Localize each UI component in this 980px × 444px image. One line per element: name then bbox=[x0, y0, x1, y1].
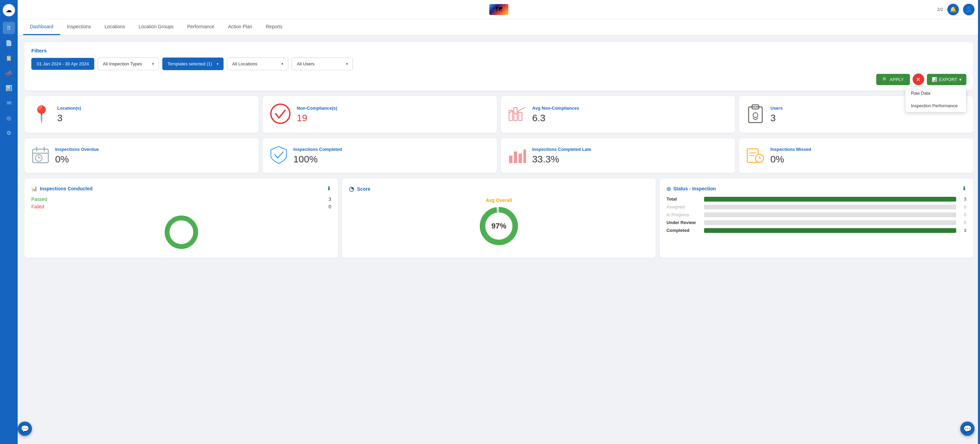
stat-late-value: 33.3% bbox=[532, 154, 591, 165]
shield-check-icon bbox=[269, 145, 288, 166]
locations-filter[interactable]: All Locations ▾ bbox=[227, 57, 288, 70]
stat-completed-value: 100% bbox=[293, 154, 342, 165]
tab-dashboard[interactable]: Dashboard bbox=[23, 19, 60, 35]
sidebar-icon-megaphone[interactable]: 📣 bbox=[3, 67, 15, 79]
failed-label: Failed bbox=[31, 204, 44, 209]
svg-rect-15 bbox=[523, 150, 526, 163]
apply-button[interactable]: 🔍 APPLY bbox=[876, 74, 910, 85]
topbar-right: 2/2 🔔 👤 bbox=[937, 4, 975, 15]
svg-rect-3 bbox=[519, 112, 522, 121]
stats-row-1: 📍 Location(s) 3 Non-Compliance(s) 19 bbox=[24, 96, 973, 133]
topbar-logo: 🗺 bbox=[489, 4, 508, 15]
date-range-filter[interactable]: 01 Jan 2024 - 30 Apr 2024 bbox=[31, 58, 94, 70]
tab-performance[interactable]: Performance bbox=[180, 19, 221, 35]
stat-locations-value: 3 bbox=[57, 113, 81, 124]
users-filter[interactable]: All Users ▾ bbox=[292, 57, 353, 70]
status-icon: ◎ bbox=[667, 186, 671, 192]
passed-label: Passed bbox=[31, 196, 47, 202]
download-status-icon[interactable]: ⬇ bbox=[962, 185, 966, 192]
sidebar-icon-chart[interactable]: 📊 bbox=[3, 82, 15, 94]
stat-completed-label: Inspections Completed bbox=[293, 147, 342, 152]
status-bar-inprogress: In Progress 0 bbox=[667, 212, 966, 217]
status-bar-assigned: Assigned 0 bbox=[667, 204, 966, 209]
stat-completed: Inspections Completed 100% bbox=[263, 138, 497, 173]
tab-inspections[interactable]: Inspections bbox=[60, 19, 98, 35]
chart-score-title: ◔ Score bbox=[349, 185, 370, 193]
stat-overdue-label: Inspections Overdue bbox=[55, 147, 99, 152]
clear-button[interactable]: ✕ bbox=[913, 73, 924, 85]
chat-bubble-left[interactable]: 💬 bbox=[18, 422, 32, 436]
stat-missed-label: Inspections Missed bbox=[770, 147, 811, 152]
download-icon[interactable]: ⬇ bbox=[327, 185, 331, 192]
sidebar-icon-document[interactable]: 📄 bbox=[3, 37, 15, 49]
tab-action-plan[interactable]: Action Plan bbox=[221, 19, 259, 35]
sidebar-icon-mail[interactable]: ✉ bbox=[3, 97, 15, 109]
sidebar-icon-clipboard[interactable]: 📋 bbox=[3, 52, 15, 64]
chevron-down-icon: ▾ bbox=[282, 62, 283, 66]
sidebar-icon-dots[interactable]: ⠿ bbox=[3, 22, 15, 34]
stat-users-label: Users bbox=[770, 105, 783, 111]
filters-row: 01 Jan 2024 - 30 Apr 2024 All Inspection… bbox=[31, 57, 966, 70]
chat-bubble-right[interactable]: 💬 bbox=[960, 422, 975, 436]
export-button[interactable]: 📊 EXPORT ▾ bbox=[927, 74, 966, 85]
svg-rect-14 bbox=[519, 153, 522, 163]
tab-location-groups[interactable]: Location Groups bbox=[132, 19, 180, 35]
templates-filter[interactable]: Templates selected (1) ▾ bbox=[162, 57, 224, 70]
status-bar-total: Total 3 bbox=[667, 196, 966, 201]
avg-overall-label: Avg Overall bbox=[485, 198, 512, 203]
stat-avg-noncompliance: Avg Non-Compliances 6.3 bbox=[501, 96, 735, 133]
failed-value: 0 bbox=[329, 204, 331, 209]
stat-missed: Inspections Missed 0% bbox=[739, 138, 973, 173]
stat-completed-late: Inspections Completed Late 33.3% bbox=[501, 138, 735, 173]
stat-noncompliance-value: 19 bbox=[297, 113, 337, 124]
sidebar: ☁ ⠿ 📄 📋 📣 📊 ✉ ◎ ⚙ bbox=[0, 0, 18, 444]
bar-chart-icon bbox=[508, 104, 527, 125]
checkmark-circle-icon bbox=[269, 103, 291, 126]
export-dropdown: Raw Data Inspection Performance bbox=[905, 86, 966, 112]
stat-noncompliance-label: Non-Compliance(s) bbox=[297, 105, 337, 111]
tab-locations[interactable]: Locations bbox=[98, 19, 132, 35]
export-container: 📊 EXPORT ▾ Raw Data Inspection Performan… bbox=[927, 74, 966, 85]
calendar-clock-icon bbox=[31, 146, 50, 166]
stat-locations: 📍 Location(s) 3 bbox=[24, 96, 259, 133]
doc-clock-icon bbox=[746, 145, 765, 166]
chevron-down-icon: ▾ bbox=[152, 62, 154, 66]
nav-tabs: Dashboard Inspections Locations Location… bbox=[18, 19, 980, 35]
charts-row: 📊 Inspections Conducted ⬇ Passed 3 Faile… bbox=[24, 179, 973, 258]
main-area: 🗺 2/2 🔔 👤 Dashboard Inspections Location… bbox=[18, 0, 980, 444]
filters-title: Filters bbox=[31, 48, 966, 53]
svg-rect-13 bbox=[514, 152, 517, 163]
sidebar-icon-target[interactable]: ◎ bbox=[3, 112, 15, 124]
chevron-down-icon: ▾ bbox=[217, 62, 218, 66]
stat-overdue: Inspections Overdue 0% bbox=[24, 138, 259, 173]
score-icon: ◔ bbox=[349, 185, 354, 193]
export-raw-data[interactable]: Raw Data bbox=[905, 87, 966, 99]
chart-conducted: 📊 Inspections Conducted ⬇ Passed 3 Faile… bbox=[24, 179, 338, 258]
svg-point-0 bbox=[271, 104, 290, 123]
filters-actions: 🔍 APPLY ✕ 📊 EXPORT ▾ Raw Data Inspection… bbox=[31, 73, 966, 85]
score-donut-container: Avg Overall 97% bbox=[349, 198, 649, 246]
chevron-down-icon: ▾ bbox=[959, 77, 962, 82]
user-avatar[interactable]: 👤 bbox=[963, 4, 975, 15]
export-inspection-performance[interactable]: Inspection Performance bbox=[905, 99, 966, 112]
chevron-down-icon: ▾ bbox=[346, 62, 348, 66]
stat-locations-label: Location(s) bbox=[57, 105, 81, 111]
tab-reports[interactable]: Reports bbox=[259, 19, 289, 35]
clipboard-check-icon bbox=[746, 104, 765, 125]
inspection-types-filter[interactable]: All Inspection Types ▾ bbox=[98, 57, 159, 70]
status-bars: Total 3 Assigned 0 In Prog bbox=[667, 196, 966, 233]
location-pin-icon: 📍 bbox=[31, 105, 52, 124]
sidebar-icon-settings[interactable]: ⚙ bbox=[3, 127, 15, 139]
bar-chart2-icon bbox=[508, 145, 527, 166]
stat-avg-label: Avg Non-Compliances bbox=[532, 105, 579, 111]
chart-conducted-icon: 📊 bbox=[31, 186, 37, 192]
status-bar-underreview: Under Review 0 bbox=[667, 220, 966, 225]
chart-status-title: ◎ Status - Inspection bbox=[667, 186, 716, 192]
chart-score: ◔ Score Avg Overall 97% bbox=[342, 179, 655, 258]
stat-users-value: 3 bbox=[770, 113, 783, 124]
search-icon: 🔍 bbox=[882, 77, 888, 82]
topbar-count: 2/2 bbox=[937, 7, 943, 12]
notification-icon[interactable]: 🔔 bbox=[947, 4, 959, 15]
svg-rect-12 bbox=[509, 156, 512, 163]
svg-point-6 bbox=[753, 113, 758, 117]
